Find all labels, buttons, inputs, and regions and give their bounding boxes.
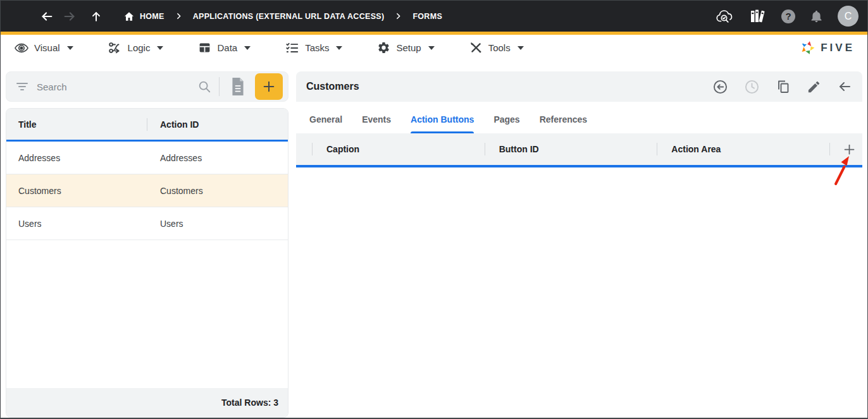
action-buttons-table-header: Caption Button ID Action Area <box>296 133 862 165</box>
caret-down-icon <box>67 46 73 50</box>
notifications-icon[interactable] <box>810 9 823 23</box>
list-empty-space <box>6 240 288 388</box>
menu-label: Tasks <box>305 42 329 53</box>
search-icon[interactable] <box>197 80 211 94</box>
add-action-button-cell <box>829 133 862 165</box>
menu-logic[interactable]: Logic <box>108 41 164 55</box>
breadcrumb-applications[interactable]: APPLICATIONS (EXTERNAL URL DATA ACCESS) <box>193 12 385 21</box>
menubar: Visual Logic Data Tasks <box>1 35 867 61</box>
column-divider <box>485 143 485 155</box>
home-icon <box>123 11 135 22</box>
tab-action-buttons[interactable]: Action Buttons <box>411 114 474 133</box>
menu-data[interactable]: Data <box>198 41 251 54</box>
column-header-button-id[interactable]: Button ID <box>485 143 657 155</box>
tab-events[interactable]: Events <box>362 114 391 133</box>
column-header-caption[interactable]: Caption <box>312 143 485 155</box>
record-title: Customers <box>306 81 359 92</box>
tasks-checklist-icon <box>285 41 299 55</box>
divider <box>219 77 220 96</box>
cell-title: Users <box>6 219 147 229</box>
search-bar <box>6 71 288 102</box>
right-panel: Customers <box>296 71 862 418</box>
five-pinwheel-icon <box>799 39 816 56</box>
record-tabs: General Events Action Buttons Pages Refe… <box>296 102 862 133</box>
breadcrumb-home[interactable]: HOME <box>140 12 164 21</box>
menu-label: Logic <box>128 42 151 53</box>
list-header-row: Title Action ID <box>6 109 288 142</box>
caret-down-icon <box>157 46 163 50</box>
column-divider <box>312 143 313 155</box>
edit-pencil-icon[interactable] <box>807 80 821 94</box>
cell-action-id: Users <box>147 219 288 229</box>
breadcrumb: HOME <box>123 11 164 22</box>
brand-wordmark: FIVE <box>821 42 855 54</box>
document-button[interactable] <box>226 75 250 99</box>
plus-icon <box>262 80 276 94</box>
gear-icon <box>377 41 390 54</box>
back-icon[interactable] <box>40 9 54 23</box>
menu-label: Data <box>217 42 237 53</box>
left-panel: Title Action ID Addresses Addresses Cust… <box>6 61 288 418</box>
menu-label: Setup <box>396 42 421 53</box>
cell-title: Addresses <box>6 153 147 163</box>
column-header-action-id[interactable]: Action ID <box>147 119 288 130</box>
filter-icon[interactable] <box>16 82 28 91</box>
menu-label: Tools <box>488 42 511 53</box>
menu-setup[interactable]: Setup <box>377 41 434 54</box>
column-header-title[interactable]: Title <box>6 119 147 130</box>
library-icon[interactable] <box>749 8 767 25</box>
tab-references[interactable]: References <box>540 114 588 133</box>
tools-icon <box>469 41 483 54</box>
copy-icon[interactable] <box>776 79 791 94</box>
topbar: HOME APPLICATIONS (EXTERNAL URL DATA ACC… <box>1 1 867 32</box>
forward-icon[interactable] <box>63 9 77 23</box>
record-header: Customers <box>296 71 862 102</box>
up-icon[interactable] <box>89 9 103 23</box>
logic-flow-icon <box>108 41 122 55</box>
action-buttons-empty-body <box>296 167 862 418</box>
cell-action-id: Addresses <box>147 153 288 163</box>
menu-label: Visual <box>34 42 60 53</box>
list-item-customers[interactable]: Customers Customers <box>6 174 288 207</box>
caret-down-icon <box>244 46 251 50</box>
menu-tools[interactable]: Tools <box>469 41 524 54</box>
forms-list-table: Title Action ID Addresses Addresses Cust… <box>6 108 288 418</box>
chevron-right-icon <box>394 12 402 20</box>
breadcrumb-forms[interactable]: FORMS <box>412 12 442 21</box>
collapse-arrow-icon[interactable] <box>837 79 852 94</box>
menu-tasks[interactable]: Tasks <box>285 41 342 55</box>
add-action-button[interactable] <box>843 143 856 156</box>
menu-visual[interactable]: Visual <box>15 41 73 55</box>
content: Title Action ID Addresses Addresses Cust… <box>1 61 867 418</box>
data-table-icon <box>198 41 211 54</box>
history-clock-icon <box>744 79 760 95</box>
column-divider <box>829 143 830 155</box>
app-window: HOME APPLICATIONS (EXTERNAL URL DATA ACC… <box>0 0 868 419</box>
add-record-button[interactable] <box>255 73 283 100</box>
tab-general[interactable]: General <box>309 114 342 133</box>
cell-action-id: Customers <box>147 186 288 196</box>
visibility-icon <box>15 41 28 55</box>
column-header-action-area[interactable]: Action Area <box>657 143 829 155</box>
menu-icon[interactable] <box>13 11 30 21</box>
tab-pages[interactable]: Pages <box>493 114 519 133</box>
column-divider <box>657 143 657 155</box>
cloud-search-icon[interactable] <box>716 8 735 25</box>
cell-title: Customers <box>6 186 147 196</box>
chevron-right-icon <box>175 12 183 20</box>
caret-down-icon <box>336 46 342 50</box>
help-icon[interactable]: ? <box>781 9 795 23</box>
avatar[interactable]: C <box>838 6 859 27</box>
search-input[interactable] <box>37 82 197 92</box>
brand-logo: FIVE <box>799 39 855 56</box>
caret-down-icon <box>428 46 435 50</box>
caret-down-icon <box>518 46 524 50</box>
undo-circle-icon[interactable] <box>712 79 728 95</box>
total-rows-footer: Total Rows: 3 <box>6 388 288 417</box>
list-item-addresses[interactable]: Addresses Addresses <box>6 142 288 174</box>
list-item-users[interactable]: Users Users <box>6 207 288 240</box>
